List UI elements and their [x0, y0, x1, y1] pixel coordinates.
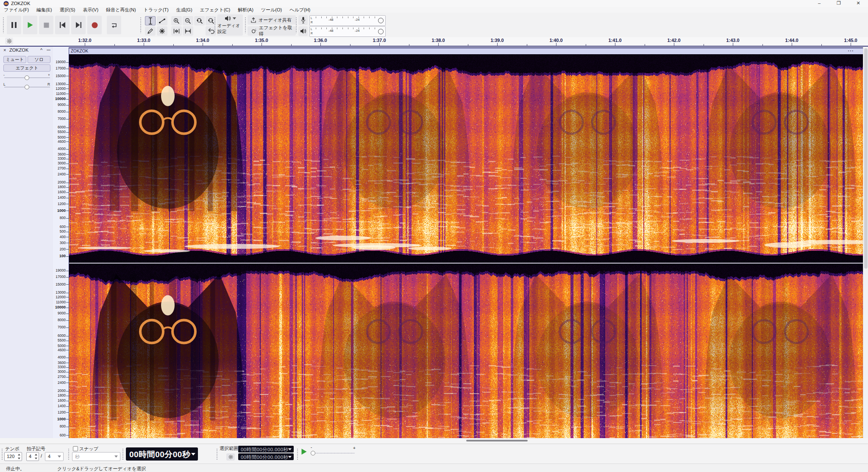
frequency-label: 2400: [58, 381, 66, 385]
zoom-selection-button[interactable]: [194, 16, 205, 25]
selection-tool-button[interactable]: [145, 16, 156, 25]
frequency-ruler[interactable]: 1900017000150001300012000110001000090008…: [53, 47, 69, 438]
horizontal-scrollbar[interactable]: [0, 438, 868, 444]
audacity-logo-icon: [3, 1, 9, 6]
selection-options-button[interactable]: [226, 453, 235, 461]
toolbar-grip[interactable]: [214, 17, 216, 33]
gain-slider-thumb[interactable]: [25, 75, 29, 80]
maximize-button[interactable]: ❐: [829, 0, 849, 7]
toolbar-grip[interactable]: [3, 17, 5, 33]
skip-end-button[interactable]: [71, 16, 86, 34]
time-signature-spinner[interactable]: [33, 453, 38, 460]
skip-start-button[interactable]: [55, 16, 70, 34]
spectrogram-channel-right[interactable]: [69, 264, 863, 439]
horizontal-scrollbar-thumb[interactable]: [466, 440, 528, 441]
toolbar-grip[interactable]: [216, 448, 218, 460]
menu-item-5[interactable]: トラック(T): [140, 7, 172, 13]
toolbar-grip[interactable]: [68, 448, 70, 460]
time-signature-label: 拍子記号: [27, 446, 45, 452]
frequency-label: 5000: [58, 344, 66, 348]
frequency-label: 800: [60, 216, 66, 220]
play-speed-slider-thumb[interactable]: [311, 451, 315, 455]
trim-audio-button[interactable]: [171, 26, 182, 36]
timeline-label: 1:45.0: [844, 38, 857, 43]
loop-icon: [110, 22, 118, 28]
selection-end-field[interactable]: 00時間00分00.000秒: [238, 453, 294, 460]
mute-button[interactable]: ミュート: [3, 56, 26, 63]
loop-button[interactable]: [107, 16, 121, 34]
toolbar-grip[interactable]: [122, 448, 124, 460]
playback-meter[interactable]: LR-48-24: [309, 26, 386, 37]
track-close-icon[interactable]: ×: [3, 47, 6, 53]
audio-setup-button[interactable]: オーディオ設定: [217, 14, 243, 36]
solo-button[interactable]: ソロ: [28, 56, 50, 63]
tempo-spinner[interactable]: [17, 453, 21, 460]
spectrogram-channel-left[interactable]: [69, 54, 863, 263]
silence-audio-button[interactable]: [183, 26, 193, 36]
track-menu-icon[interactable]: ...: [47, 46, 50, 51]
get-effects-button[interactable]: エフェクトを取得: [248, 26, 296, 36]
menu-item-7[interactable]: エフェクト(C): [196, 7, 234, 13]
frequency-label: 11000: [56, 300, 66, 304]
play-at-speed-button[interactable]: [301, 448, 307, 455]
toolbar-grip[interactable]: [295, 17, 298, 33]
snap-unit-select[interactable]: 秒: [72, 452, 120, 461]
effects-button[interactable]: エフェクト: [3, 64, 50, 72]
menu-item-9[interactable]: ツール(O): [257, 7, 286, 13]
clip-header[interactable]: ZOKZOK ...: [69, 48, 863, 55]
toolbar-grip[interactable]: [1, 448, 3, 460]
audio-clip[interactable]: ZOKZOK ...: [69, 47, 864, 439]
tempo-input[interactable]: 120: [4, 452, 22, 461]
bottom-toolbar: テンポ 120 拍子記号 4 / 4 スナップ 秒 00時間00分00秒 選択範…: [0, 444, 868, 464]
toolbar-grip[interactable]: [297, 448, 299, 460]
frequency-label: 3000: [58, 370, 66, 374]
record-button[interactable]: [87, 16, 102, 34]
draw-tool-button[interactable]: [145, 26, 156, 36]
pan-slider-thumb[interactable]: [25, 85, 29, 89]
clip-menu-icon[interactable]: ...: [848, 47, 854, 52]
share-audio-button[interactable]: オーディオ共有: [248, 15, 296, 25]
menu-item-10[interactable]: ヘルプ(H): [286, 7, 314, 13]
minimize-button[interactable]: –: [810, 0, 829, 7]
time-signature-upper-input[interactable]: 4: [26, 452, 39, 461]
menu-item-0[interactable]: ファイル(F): [0, 7, 33, 13]
menu-item-4[interactable]: 録音と再生(N): [102, 7, 140, 13]
multi-tool-tool-button[interactable]: [157, 26, 167, 36]
recording-meter[interactable]: LR-48-24: [309, 15, 386, 26]
vertical-scrollbar[interactable]: [863, 47, 868, 438]
audio-position-display[interactable]: 00時間00分00秒: [126, 447, 198, 461]
timeline-ruler[interactable]: 1:32.01:33.01:34.01:35.01:36.01:37.01:38…: [0, 37, 868, 47]
draw-icon: [147, 28, 153, 34]
menu-item-3[interactable]: 表示(V): [79, 7, 102, 13]
selection-start-field[interactable]: 00時間00分00.000秒: [238, 446, 294, 453]
pause-icon: [11, 22, 17, 28]
toolbar-grip[interactable]: [245, 17, 247, 33]
menu-item-2[interactable]: 選択(S): [56, 7, 79, 13]
track-title[interactable]: ZOKZOK: [9, 47, 28, 53]
close-button[interactable]: ✕: [849, 0, 868, 7]
frequency-label: 1600: [58, 399, 66, 403]
zoom-in-button[interactable]: [171, 16, 182, 25]
recording-meter-button[interactable]: [298, 15, 308, 25]
vertical-scrollbar-thumb[interactable]: [864, 48, 868, 269]
timeline-options-button[interactable]: [5, 38, 13, 44]
menu-item-1[interactable]: 編集(E): [33, 7, 56, 13]
track-collapse-icon[interactable]: ^: [40, 47, 42, 53]
menu-item-6[interactable]: 生成(G): [172, 7, 196, 13]
pause-button[interactable]: [7, 16, 21, 34]
frequency-label: 600: [60, 225, 66, 229]
menu-item-8[interactable]: 解析(A): [234, 7, 257, 13]
envelope-tool-button[interactable]: [157, 16, 167, 25]
timeline-label: 1:39.0: [490, 38, 504, 43]
toolbar-grip[interactable]: [140, 17, 142, 33]
snap-checkbox[interactable]: [73, 446, 78, 451]
chevron-down-icon[interactable]: [191, 453, 195, 455]
time-signature-lower-select[interactable]: 4: [45, 452, 64, 461]
playback-meter-button[interactable]: [298, 26, 308, 36]
stop-button[interactable]: [39, 16, 53, 34]
play-button[interactable]: [23, 16, 37, 34]
track-control-panel[interactable]: × ZOKZOK ^ ... ミュート ソロ エフェクト - + L R: [0, 47, 53, 438]
play-speed-slider[interactable]: [311, 453, 355, 453]
frequency-label: 2400: [58, 172, 66, 176]
zoom-out-button[interactable]: [183, 16, 193, 25]
